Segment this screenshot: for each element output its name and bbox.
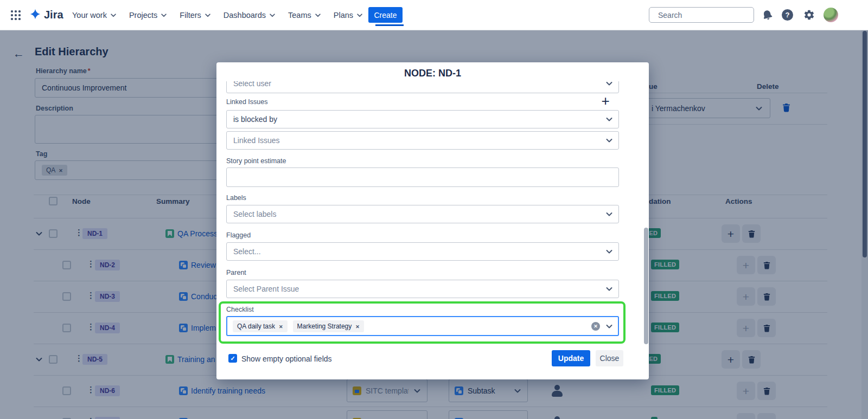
create-button[interactable]: Create [368, 7, 403, 23]
parent-select[interactable]: Select Parent Issue [226, 280, 619, 298]
chevron-down-icon [110, 11, 117, 19]
app-switcher-icon[interactable] [11, 10, 13, 12]
settings-gear-icon[interactable] [803, 9, 815, 21]
top-navigation-bar: Jira Your work Projects Filters Dashboar… [0, 0, 868, 30]
chevron-down-icon [605, 81, 614, 88]
update-button[interactable]: Update [552, 350, 590, 366]
linked-issues-select[interactable]: Linked Issues [226, 131, 619, 150]
chevron-down-icon [605, 115, 614, 124]
node-edit-modal: NODE: ND-1 Select user Linked Issues is … [216, 62, 649, 379]
help-icon[interactable]: ? [782, 9, 793, 21]
search-input[interactable] [658, 11, 756, 20]
chevron-down-icon [204, 11, 212, 19]
notifications-bell-icon[interactable] [761, 8, 774, 22]
modal-scrollbar-thumb[interactable] [644, 228, 648, 344]
checklist-multiselect[interactable]: QA daily task Marketing Strategy [226, 316, 619, 336]
remove-chip-icon[interactable] [355, 323, 360, 330]
checklist-chip[interactable]: QA daily task [233, 320, 288, 332]
remove-chip-icon[interactable] [279, 323, 283, 330]
show-empty-fields-checkbox[interactable] [228, 354, 237, 363]
chevron-down-icon [314, 11, 322, 19]
user-avatar[interactable] [824, 8, 838, 22]
chevron-down-icon [605, 247, 614, 256]
nav-item-filters[interactable]: Filters [174, 7, 217, 24]
user-select[interactable]: Select user [226, 81, 619, 93]
nav-item-dashboards[interactable]: Dashboards [218, 7, 282, 24]
jira-logo-text[interactable]: Jira [44, 9, 63, 21]
nav-item-your-work[interactable]: Your work [66, 7, 123, 24]
close-button[interactable]: Close [596, 350, 623, 366]
clear-all-icon[interactable] [591, 322, 600, 331]
chevron-down-icon [160, 11, 168, 19]
link-type-select[interactable]: is blocked by [226, 110, 619, 128]
show-empty-fields-label: Show empty optional fields [241, 354, 332, 363]
chevron-down-icon [605, 136, 614, 145]
flagged-label: Flagged [226, 231, 251, 239]
chevron-down-icon [605, 210, 614, 218]
jira-logo-icon[interactable] [28, 8, 42, 22]
modal-scroll-area: Select user Linked Issues is blocked by … [216, 81, 649, 347]
nav-menu: Your work Projects Filters Dashboards Te… [66, 0, 410, 30]
flagged-select[interactable]: Select... [226, 242, 619, 261]
nav-item-projects[interactable]: Projects [123, 7, 174, 24]
chevron-down-icon [605, 285, 614, 293]
chevron-down-icon [269, 11, 276, 19]
story-point-label: Story point estimate [226, 157, 286, 165]
checklist-chip[interactable]: Marketing Strategy [293, 320, 364, 332]
nav-item-teams[interactable]: Teams [282, 7, 328, 24]
search-box [649, 7, 754, 23]
add-linked-issue-icon[interactable] [597, 93, 614, 108]
linked-issues-label: Linked Issues [226, 98, 267, 106]
labels-select[interactable]: Select labels [226, 205, 619, 223]
story-point-input[interactable] [226, 167, 619, 187]
checklist-label: Checklist [226, 306, 254, 313]
nav-item-plans[interactable]: Plans [328, 7, 369, 24]
chevron-down-icon [605, 322, 614, 331]
chevron-down-icon [356, 11, 363, 19]
parent-label: Parent [226, 269, 246, 276]
labels-label: Labels [226, 194, 246, 202]
modal-title: NODE: ND-1 [216, 68, 649, 79]
